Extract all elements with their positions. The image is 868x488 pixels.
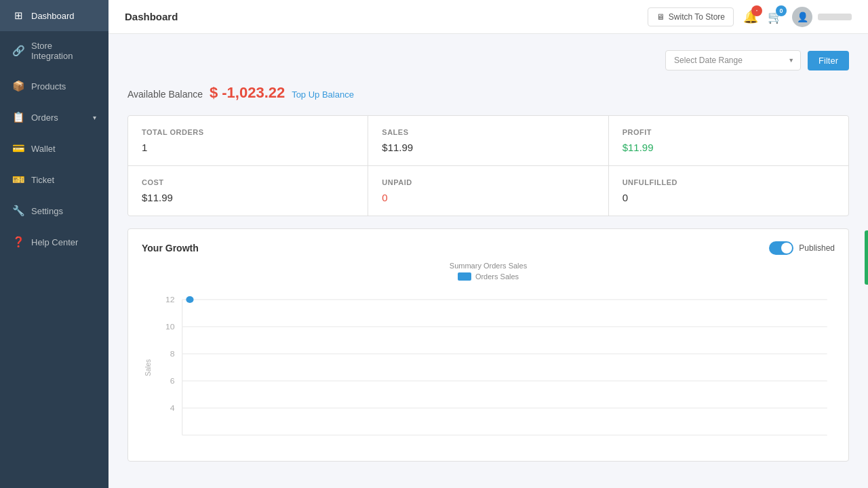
filter-button[interactable]: Filter [808,51,849,70]
help-icon: ❓ [12,236,24,248]
avatar: 👤 [792,7,812,27]
date-range-select[interactable]: Select Date Range [665,50,801,70]
sidebar: ⊞ Dashboard 🔗 Store Integration 📦 Produc… [0,0,108,488]
chart-header-labels: Summary Orders Sales [142,262,835,270]
stat-label: SALES [382,128,594,136]
store-integration-icon: 🔗 [12,45,24,57]
stat-value: 0 [382,192,594,203]
settings-icon: 🔧 [12,205,24,217]
ticket-icon: 🎫 [12,174,24,186]
switch-store-label: Switch To Store [669,12,725,22]
right-accent-bar [865,230,868,285]
switch-store-button[interactable]: 🖥 Switch To Store [648,7,734,26]
stat-label: UNFULFILLED [623,178,835,186]
header-right: 🖥 Switch To Store 🔔 · 🛒 0 👤 [648,7,852,27]
stat-label: TOTAL ORDERS [142,128,354,136]
sidebar-item-label: Dashboard [31,11,96,21]
sidebar-item-store-integration[interactable]: 🔗 Store Integration [0,31,108,70]
stat-card-total-orders: TOTAL ORDERS 1 [128,116,368,165]
notification-bell-wrap[interactable]: 🔔 · [743,9,758,24]
sidebar-item-wallet[interactable]: 💳 Wallet [0,133,108,164]
chart-legend: Orders Sales [142,272,835,281]
published-toggle[interactable] [769,241,793,255]
wallet-icon: 💳 [12,142,24,155]
avatar-name [818,14,852,20]
orders-icon: 📋 [12,111,24,123]
toggle-label: Published [799,243,835,253]
page-title: Dashboard [125,11,178,22]
products-icon: 📦 [12,80,24,92]
stat-card-unfulfilled: UNFULFILLED 0 [609,166,848,216]
stat-value: $11.99 [142,192,354,203]
y-axis-label: Sales [142,286,152,449]
growth-header: Your Growth Published [142,241,835,255]
header: Dashboard 🖥 Switch To Store 🔔 · 🛒 0 👤 [108,0,868,34]
svg-text:10: 10 [165,323,175,331]
legend-label: Orders Sales [475,272,519,281]
stat-value: $11.99 [382,142,594,153]
balance-amount: $ -1,023.22 [210,84,285,101]
stat-value: 1 [142,142,354,153]
user-avatar-wrap[interactable]: 👤 [792,7,852,27]
stat-value: 0 [623,192,835,203]
svg-text:8: 8 [170,350,175,358]
date-range-select-wrap: Select Date Range [665,50,801,70]
balance-row: Available Balance $ -1,023.22 Top Up Bal… [127,84,849,102]
svg-text:4: 4 [170,404,175,412]
growth-title: Your Growth [142,243,199,253]
stats-grid: TOTAL ORDERS 1 SALES $11.99 PROFIT $11.9… [127,115,849,216]
content-area: Select Date Range Filter Available Balan… [108,34,868,488]
sidebar-item-label: Ticket [31,175,96,185]
stat-card-sales: SALES $11.99 [368,116,608,165]
stat-label: COST [142,178,354,186]
cart-badge: 0 [776,5,787,16]
sidebar-item-label: Orders [31,113,86,123]
filter-row: Select Date Range Filter [127,50,849,70]
notification-badge: · [751,5,762,16]
chart-title: Summary Orders Sales [142,262,835,270]
growth-section: Your Growth Published Summary Orders Sal… [127,228,849,462]
sidebar-item-dashboard[interactable]: ⊞ Dashboard [0,0,108,31]
sidebar-item-label: Wallet [31,144,96,154]
balance-label: Available Balance [127,89,203,100]
sidebar-item-label: Products [31,81,96,92]
sidebar-item-products[interactable]: 📦 Products [0,70,108,102]
top-up-link[interactable]: Top Up Balance [292,89,354,100]
cart-icon-wrap[interactable]: 🛒 0 [768,9,783,24]
main-content: Dashboard 🖥 Switch To Store 🔔 · 🛒 0 👤 [108,0,868,488]
toggle-wrap: Published [769,241,835,255]
svg-text:6: 6 [170,377,175,385]
chart-dot [186,296,193,303]
sidebar-item-label: Store Integration [31,41,96,61]
stat-card-cost: COST $11.99 [128,166,368,216]
dashboard-icon: ⊞ [12,9,24,22]
chevron-down-icon: ▾ [93,114,96,121]
stat-value: $11.99 [623,142,835,153]
sidebar-item-label: Help Center [31,237,96,247]
svg-text:12: 12 [165,296,175,304]
stat-card-profit: PROFIT $11.99 [609,116,848,165]
chart-svg: 12 10 8 6 4 [152,286,835,449]
stat-label: PROFIT [623,128,835,136]
stat-label: UNPAID [382,178,594,186]
switch-store-icon: 🖥 [656,12,665,22]
sidebar-item-orders[interactable]: 📋 Orders ▾ [0,102,108,133]
stat-card-unpaid: UNPAID 0 [368,166,608,216]
sidebar-item-help-center[interactable]: ❓ Help Center [0,226,108,258]
chart-svg-wrap: Sales 12 10 8 6 4 [142,286,835,449]
legend-color-box [458,272,471,281]
sidebar-item-ticket[interactable]: 🎫 Ticket [0,164,108,195]
sidebar-item-label: Settings [31,206,96,216]
sidebar-item-settings[interactable]: 🔧 Settings [0,195,108,226]
